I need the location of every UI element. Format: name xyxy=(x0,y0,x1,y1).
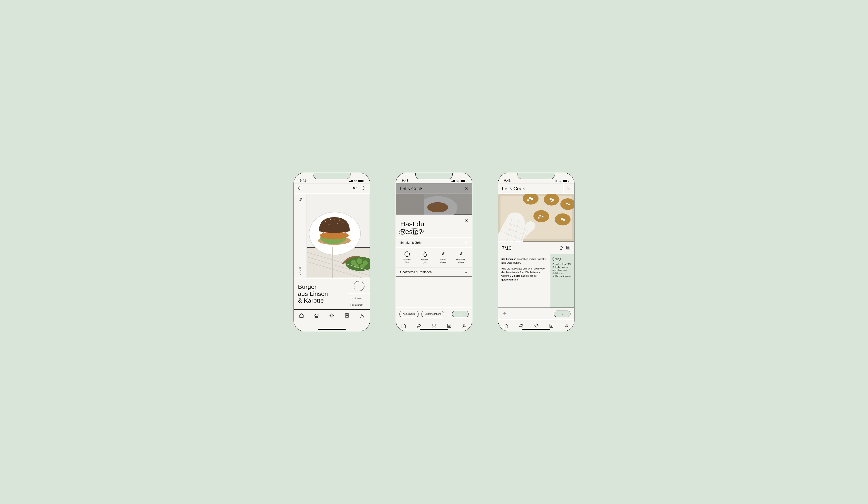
nav-spark[interactable] xyxy=(327,311,337,320)
tip-text: Fetakäse übrig? Mit Salzlake in einem ge… xyxy=(552,263,572,278)
tip-badge: Tipp xyxy=(552,257,561,261)
svg-rect-42 xyxy=(550,198,551,200)
next-step-button[interactable] xyxy=(554,311,570,317)
close-button[interactable] xyxy=(563,183,574,194)
status-time: 9:41 xyxy=(402,179,408,182)
svg-point-17 xyxy=(334,219,335,219)
nav-home[interactable] xyxy=(501,321,510,330)
nav-list[interactable] xyxy=(342,311,352,320)
no-leftovers-button[interactable]: Keine Reste xyxy=(399,311,419,317)
signal-icon xyxy=(554,180,557,182)
continue-button[interactable] xyxy=(452,311,469,317)
svg-rect-46 xyxy=(566,203,568,204)
svg-rect-43 xyxy=(552,199,554,200)
leftovers-sheet: Hast du Reste? Schalen & Grün weitererRe… xyxy=(396,215,472,320)
svg-point-21 xyxy=(337,223,338,224)
step-indicator-row: 7/10 xyxy=(498,242,574,254)
remind-later-button[interactable]: Später erinnern xyxy=(421,311,444,317)
mitt-icon xyxy=(558,245,563,251)
phone-recipe-detail: 9:41 2 Punkte xyxy=(293,173,370,331)
chevron-down-icon xyxy=(464,270,468,274)
leaf-icon xyxy=(298,197,303,203)
nav-home[interactable] xyxy=(297,311,306,320)
svg-rect-50 xyxy=(542,216,544,217)
svg-point-28 xyxy=(359,286,360,287)
status-time: 9:41 xyxy=(504,179,510,182)
wifi-icon xyxy=(456,180,460,182)
step-actions xyxy=(498,308,574,320)
arrow-right-icon xyxy=(457,312,464,316)
nav-home[interactable] xyxy=(399,321,408,330)
svg-rect-40 xyxy=(527,199,529,201)
recipe-photo xyxy=(307,194,370,278)
nav-profile[interactable] xyxy=(460,321,469,330)
spark-button[interactable] xyxy=(361,185,366,192)
signal-icon xyxy=(349,180,353,182)
wifi-icon xyxy=(558,180,562,182)
accordion-peels-greens[interactable]: Schalen & Grün xyxy=(396,238,472,247)
back-button[interactable] xyxy=(298,185,303,192)
battery-icon xyxy=(359,180,364,182)
action-bar: Keine Reste Später erinnern xyxy=(396,308,472,320)
sheet-close-button[interactable] xyxy=(465,219,468,223)
step-instructions: 60g Fetakäse auspacken und die Salzlake … xyxy=(498,254,550,308)
course: Hauptgericht xyxy=(350,304,368,307)
arrow-right-icon xyxy=(559,312,565,316)
item-garlic-peels[interactable]: Knoblauch-schalen xyxy=(453,251,469,264)
svg-point-24 xyxy=(356,258,362,264)
recipe-meta: 70 Minuten – Hauptgericht xyxy=(348,294,370,309)
header-title: Let's Cook xyxy=(502,186,563,191)
step-photo xyxy=(498,194,574,242)
svg-rect-39 xyxy=(531,198,533,200)
recipe-header xyxy=(294,183,370,194)
accordion-opened-portions[interactable]: Geöffnetes & Portionen xyxy=(396,267,472,277)
svg-point-20 xyxy=(329,224,330,225)
svg-rect-54 xyxy=(563,219,565,220)
cook-header: Let's Cook xyxy=(498,183,574,194)
svg-rect-47 xyxy=(568,204,570,205)
svg-point-18 xyxy=(339,219,340,220)
svg-rect-38 xyxy=(529,197,530,199)
svg-point-41 xyxy=(544,194,559,206)
svg-point-16 xyxy=(330,219,331,220)
phone-cook-step: 9:41 Let's Cook xyxy=(498,173,575,331)
phone-leftovers-modal: 9:41 Let's Cook xyxy=(396,173,472,331)
nav-chef[interactable] xyxy=(312,311,321,320)
chevron-up-icon xyxy=(464,241,468,245)
points-label: 2 Punkte xyxy=(299,266,301,275)
svg-rect-49 xyxy=(539,215,541,217)
status-time: 9:41 xyxy=(300,179,306,182)
item-onion-peels[interactable]: Zwiebel-schalen xyxy=(435,251,451,264)
signal-icon xyxy=(452,180,455,182)
recipe-title: Burger aus Linsen & Karotte xyxy=(298,284,328,305)
svg-point-15 xyxy=(325,222,326,222)
step-counter: 7/10 xyxy=(502,245,512,251)
question-heading: Hast du Reste? xyxy=(400,220,468,235)
low-waste-stamp: low waste – low waste – low waste – low … xyxy=(348,278,370,294)
svg-rect-53 xyxy=(561,218,562,219)
svg-point-19 xyxy=(342,222,343,223)
item-add-more[interactable]: weitererRest xyxy=(399,251,415,264)
share-button[interactable] xyxy=(353,185,358,192)
oven-icon xyxy=(566,245,570,251)
svg-point-27 xyxy=(360,264,365,269)
nav-profile[interactable] xyxy=(562,321,571,330)
svg-rect-44 xyxy=(551,201,552,202)
battery-icon xyxy=(563,180,568,182)
prev-step-button[interactable] xyxy=(502,311,508,316)
duration: 70 Minuten xyxy=(350,297,368,300)
item-carrot-greens[interactable]: Karotten-grün xyxy=(417,251,433,264)
svg-rect-51 xyxy=(538,217,539,219)
wifi-icon xyxy=(354,180,358,182)
tab-bar xyxy=(294,310,370,321)
nav-profile[interactable] xyxy=(358,311,367,320)
tip-panel: Tipp Fetakäse übrig? Mit Salzlake in ein… xyxy=(550,254,574,308)
leftover-items: weitererRest Karotten-grün Zwiebel-schal… xyxy=(396,247,472,267)
battery-icon xyxy=(461,180,466,182)
